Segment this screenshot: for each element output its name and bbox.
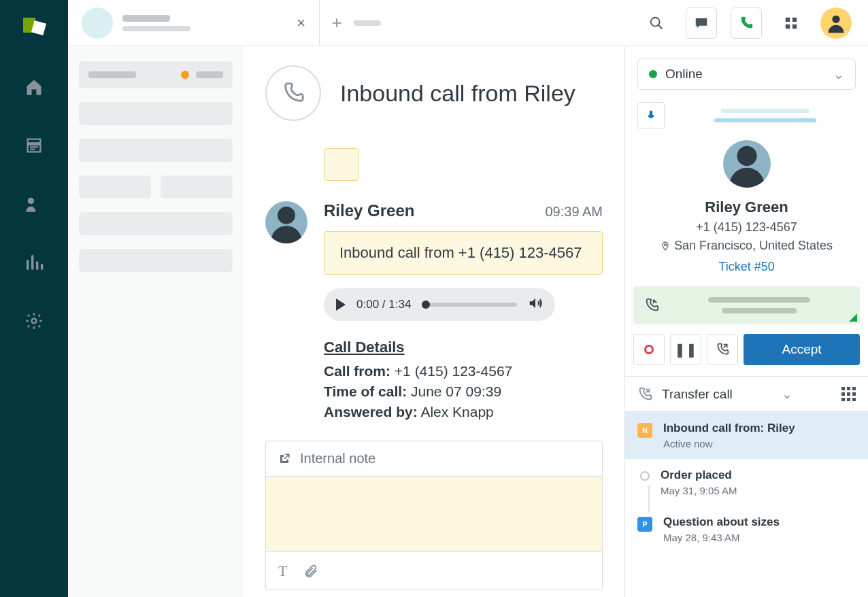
dialpad-icon[interactable]	[841, 387, 856, 401]
call-from-row: Call from: +1 (415) 123-4567	[324, 363, 603, 379]
nav-customers[interactable]	[22, 192, 46, 216]
transfer-call-select[interactable]: Transfer call ⌄	[625, 376, 868, 411]
mic-button[interactable]	[637, 102, 665, 129]
topbar: × +	[68, 0, 868, 46]
brand-logo	[20, 14, 48, 41]
caller-name: Riley Green	[637, 199, 856, 216]
status-badge-pending: P	[637, 517, 652, 532]
hold-button[interactable]: ❚❚	[670, 334, 701, 365]
caller-phone: +1 (415) 123-4567	[637, 220, 856, 235]
transfer-icon	[637, 387, 652, 402]
attachment-icon[interactable]	[303, 564, 318, 579]
nav-home[interactable]	[22, 75, 46, 99]
nav-views[interactable]	[22, 133, 46, 158]
svg-rect-6	[792, 24, 797, 28]
list-item[interactable]	[79, 212, 233, 235]
ticket-link[interactable]: Ticket #50	[637, 260, 856, 274]
location-icon	[661, 241, 670, 251]
current-user-avatar[interactable]	[820, 7, 852, 39]
reply-composer: Internal note T	[265, 441, 603, 590]
message-time: 09:39 AM	[545, 204, 603, 220]
apps-button[interactable]	[775, 7, 807, 39]
note-icon	[278, 453, 290, 465]
tab-close-icon[interactable]: ×	[297, 14, 305, 32]
conversation-pane: Inbound call from Riley Riley Green 09:3…	[244, 46, 624, 597]
search-button[interactable]	[641, 7, 672, 39]
agent-status-select[interactable]: Online ⌄	[637, 58, 856, 90]
audio-time: 0:00 / 1:34	[356, 298, 411, 311]
tab-sub-placeholder	[122, 26, 190, 31]
tab-avatar	[82, 7, 113, 39]
call-panel: Online ⌄ Riley Green +1 (415) 123-4567 S…	[624, 46, 868, 597]
svg-point-0	[28, 198, 34, 204]
svg-point-9	[737, 146, 756, 166]
resize-handle-icon[interactable]	[849, 313, 857, 322]
answered-by-row: Answered by: Alex Knapp	[324, 404, 603, 420]
svg-rect-3	[786, 17, 790, 21]
timeline-dot-icon	[640, 471, 650, 481]
ticket-list-column	[68, 46, 244, 597]
sender-name: Riley Green	[324, 201, 414, 220]
svg-point-1	[32, 319, 37, 324]
record-button[interactable]	[633, 334, 665, 365]
timeline-item[interactable]: Order placedMay 31, 9:05 AM	[625, 459, 868, 506]
talk-channel-button[interactable]	[731, 7, 762, 39]
composer-textarea[interactable]	[266, 477, 602, 551]
caller-location: San Francisco, United States	[637, 239, 856, 253]
sender-avatar	[265, 201, 307, 243]
audio-scrubber[interactable]	[422, 303, 517, 307]
timeline-item[interactable]: P Question about sizesMay 28, 9:43 AM	[625, 506, 868, 553]
play-icon[interactable]	[336, 298, 346, 311]
phone-icon	[265, 65, 321, 121]
nav-rail	[0, 0, 68, 597]
status-dot-icon	[181, 71, 189, 79]
forward-button[interactable]	[707, 334, 738, 365]
nav-reports[interactable]	[22, 250, 46, 275]
nav-admin[interactable]	[22, 309, 46, 333]
status-dot-icon	[649, 70, 657, 78]
svg-rect-5	[786, 24, 790, 28]
chevron-down-icon: ⌄	[833, 67, 844, 82]
call-details-heading: Call Details	[324, 339, 603, 356]
svg-point-8	[278, 207, 295, 224]
list-item[interactable]	[79, 249, 233, 272]
tab-hint-placeholder	[354, 20, 381, 26]
incoming-call-icon	[644, 298, 659, 313]
call-info-card: Inbound call from +1 (415) 123-4567	[324, 231, 603, 275]
active-tab[interactable]: ×	[68, 0, 320, 46]
mic-level-bars	[674, 109, 856, 122]
ticket-pill-active[interactable]	[79, 61, 233, 88]
list-item[interactable]	[79, 102, 233, 125]
chat-channel-button[interactable]	[686, 7, 717, 39]
caller-avatar	[723, 140, 771, 188]
composer-tab-internal-note[interactable]: Internal note	[266, 441, 602, 477]
chevron-down-icon: ⌄	[782, 386, 792, 402]
svg-point-2	[651, 17, 660, 26]
incoming-call-card	[633, 286, 860, 324]
conversation-title: Inbound call from Riley	[340, 80, 575, 107]
call-time-row: Time of call: June 07 09:39	[324, 383, 603, 400]
list-item[interactable]	[79, 139, 233, 162]
interaction-timeline: N Inbound call from: RileyActive now Ord…	[625, 411, 868, 597]
prior-call-card	[324, 148, 359, 181]
timeline-item[interactable]: N Inbound call from: RileyActive now	[625, 412, 868, 459]
text-format-icon[interactable]: T	[278, 562, 287, 580]
svg-rect-4	[792, 17, 797, 21]
new-tab-button[interactable]: +	[320, 12, 354, 33]
status-badge-new: N	[637, 423, 652, 438]
volume-icon[interactable]	[528, 296, 543, 313]
accept-call-button[interactable]: Accept	[744, 334, 860, 365]
audio-player[interactable]: 0:00 / 1:34	[324, 288, 555, 321]
svg-point-7	[832, 15, 839, 22]
svg-point-10	[664, 243, 666, 245]
tab-title-placeholder	[122, 15, 170, 22]
